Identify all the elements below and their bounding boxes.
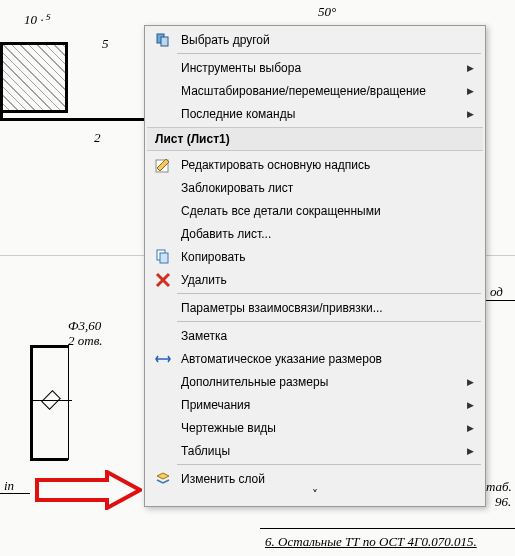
menu-label: Удалить	[175, 273, 483, 287]
menu-label: Инструменты выбора	[175, 61, 467, 75]
red-arrow-annotation	[32, 470, 142, 510]
menu-label: Изменить слой	[175, 472, 483, 486]
menu-label: Заблокировать лист	[175, 181, 483, 195]
menu-label: Заметка	[175, 329, 483, 343]
menu-auto-dimensions[interactable]: Автоматическое указание размеров	[147, 347, 483, 370]
menu-tables[interactable]: Таблицы ▶	[147, 439, 483, 462]
dim-10: 10 ·⁵	[24, 12, 49, 28]
separator	[177, 464, 481, 465]
menu-add-sheet[interactable]: Добавить лист...	[147, 222, 483, 245]
submenu-arrow-icon: ▶	[467, 377, 483, 387]
menu-edit-title-block[interactable]: Редактировать основную надпись	[147, 153, 483, 176]
svg-rect-4	[160, 253, 168, 263]
separator	[177, 53, 481, 54]
dim-50deg: 50°	[318, 4, 336, 20]
menu-label: Масштабирование/перемещение/вращение	[175, 84, 467, 98]
layer-icon	[151, 470, 175, 488]
menu-zoom-pan-rotate[interactable]: Масштабирование/перемещение/вращение ▶	[147, 79, 483, 102]
menu-label: Чертежные виды	[175, 421, 467, 435]
menu-label: Сделать все детали сокращенными	[175, 204, 483, 218]
menu-label: Автоматическое указание размеров	[175, 352, 483, 366]
submenu-arrow-icon: ▶	[467, 86, 483, 96]
dim-5: 5	[102, 36, 109, 52]
dimension-icon	[151, 350, 175, 368]
submenu-arrow-icon: ▶	[467, 109, 483, 119]
delete-icon	[151, 271, 175, 289]
dim-holes: 2 отв.	[68, 333, 103, 349]
menu-change-layer[interactable]: Изменить слой	[147, 467, 483, 490]
svg-rect-1	[161, 37, 168, 46]
dim-diam: Ф3,60	[68, 318, 101, 334]
menu-more-dimensions[interactable]: Дополнительные размеры ▶	[147, 370, 483, 393]
menu-label: Выбрать другой	[175, 33, 483, 47]
menu-copy[interactable]: Копировать	[147, 245, 483, 268]
menu-label: Копировать	[175, 250, 483, 264]
note-ost: 6. Остальные ТТ по ОСТ 4Г0.070.015.	[265, 534, 477, 550]
note-96: 96.	[495, 494, 511, 510]
menu-label: Параметры взаимосвязи/привязки...	[175, 301, 483, 315]
edit-icon	[151, 156, 175, 174]
menu-delete[interactable]: Удалить	[147, 268, 483, 291]
separator	[177, 321, 481, 322]
menu-recent-commands[interactable]: Последние команды ▶	[147, 102, 483, 125]
context-menu: Выбрать другой Инструменты выбора ▶ Масш…	[144, 25, 486, 507]
separator	[177, 293, 481, 294]
submenu-arrow-icon: ▶	[467, 63, 483, 73]
menu-label: Последние команды	[175, 107, 467, 121]
menu-expand-chevron[interactable]: ˅	[147, 490, 483, 504]
menu-label: Таблицы	[175, 444, 467, 458]
submenu-arrow-icon: ▶	[467, 446, 483, 456]
submenu-arrow-icon: ▶	[467, 423, 483, 433]
note-tab: таб.	[486, 479, 512, 495]
select-other-icon	[151, 31, 175, 49]
note-od: од	[490, 284, 503, 300]
menu-make-shortened[interactable]: Сделать все детали сокращенными	[147, 199, 483, 222]
chevron-down-icon: ˅	[312, 488, 318, 502]
menu-label: Добавить лист...	[175, 227, 483, 241]
menu-select-other[interactable]: Выбрать другой	[147, 28, 483, 51]
submenu-arrow-icon: ▶	[467, 400, 483, 410]
menu-relation-params[interactable]: Параметры взаимосвязи/привязки...	[147, 296, 483, 319]
menu-note[interactable]: Заметка	[147, 324, 483, 347]
menu-label: Дополнительные размеры	[175, 375, 467, 389]
menu-label: Редактировать основную надпись	[175, 158, 483, 172]
copy-icon	[151, 248, 175, 266]
menu-selection-tools[interactable]: Инструменты выбора ▶	[147, 56, 483, 79]
menu-label: Примечания	[175, 398, 467, 412]
dim-2: 2	[94, 130, 101, 146]
menu-drawing-views[interactable]: Чертежные виды ▶	[147, 416, 483, 439]
menu-annotations[interactable]: Примечания ▶	[147, 393, 483, 416]
label-in: in	[4, 478, 14, 494]
menu-lock-sheet[interactable]: Заблокировать лист	[147, 176, 483, 199]
menu-section-header: Лист (Лист1)	[147, 127, 483, 151]
